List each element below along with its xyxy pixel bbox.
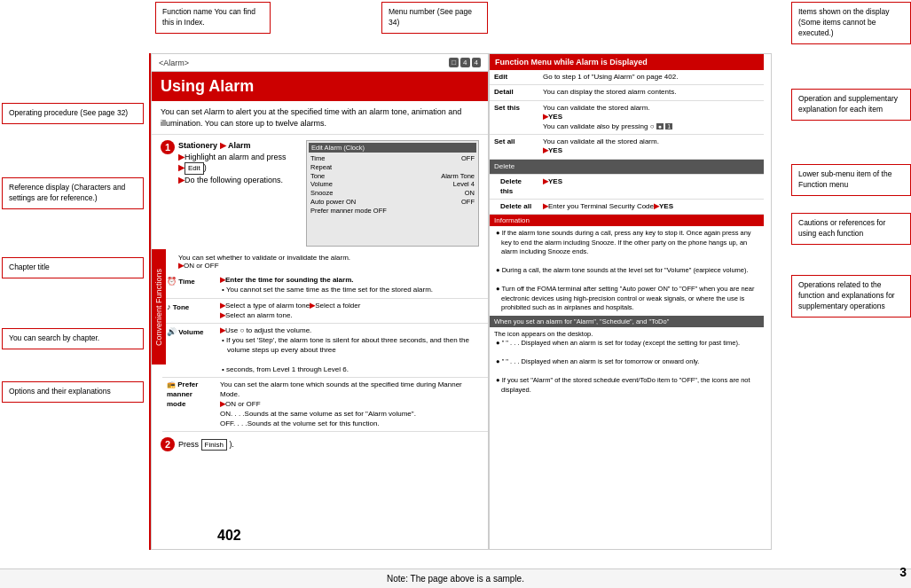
func-row-setall: Set all You can validate all the stored … bbox=[490, 134, 764, 159]
menu-icon-2: 4 bbox=[460, 58, 469, 67]
conv-row-volume: 🔊 Volume ▶Use ○ to adjust the volume. • … bbox=[162, 324, 488, 378]
func-row-delete-this: Delete this ▶YES bbox=[490, 175, 764, 200]
options-text: Options and their explanations bbox=[9, 387, 111, 396]
screenshot-row-6: Auto power ON OFF bbox=[309, 198, 476, 207]
screenshot-row-7: Prefer manner mode OFF bbox=[309, 207, 476, 216]
finish-button[interactable]: Finish bbox=[201, 439, 227, 451]
alarm-description: You can set Alarm to alert you at the sp… bbox=[152, 101, 488, 135]
reference-display-text: Reference display (Characters and settin… bbox=[9, 183, 125, 202]
time-desc: ▶Enter the time for sounding the alarm. … bbox=[216, 273, 488, 298]
volume-desc: ▶Use ○ to adjust the volume. • If you se… bbox=[216, 324, 488, 378]
conv-row-tone: ♪ Tone ▶Select a type of alarm tone▶Sele… bbox=[162, 298, 488, 324]
reference-display-annotation: Reference display (Characters and settin… bbox=[2, 177, 144, 209]
convenient-table: ⏰ Time ▶Enter the time for sounding the … bbox=[162, 273, 488, 432]
prefer-desc: You can set the alarm tone which sounds … bbox=[216, 378, 488, 432]
circle-icon: ● bbox=[656, 123, 664, 129]
screenshot-box: Edit Alarm (Clock) Time OFF Repeat Tone bbox=[306, 140, 479, 247]
function-name-annotation: Function name You can find this in Index… bbox=[155, 2, 271, 34]
edit-button[interactable]: Edit bbox=[185, 162, 204, 174]
info-header: Information bbox=[490, 215, 764, 226]
tone-desc: ▶Select a type of alarm tone▶Select a fo… bbox=[216, 298, 488, 324]
func-row-detail: Detail You can display the stored alarm … bbox=[490, 85, 764, 100]
step-left: 1 Stationery ▶ Alarm ▶Highlight an alarm… bbox=[161, 140, 299, 247]
delete-this-desc: ▶YES bbox=[538, 175, 764, 200]
when-set-content: The icon appears on the desktop. ● " " .… bbox=[490, 327, 764, 398]
operations-related-text: Operations related to the function and e… bbox=[798, 280, 895, 310]
alarm-title: Using Alarm bbox=[152, 72, 488, 101]
menu-icon-3: 4 bbox=[472, 58, 481, 67]
note-text: Note: The page above is a sample. bbox=[387, 574, 524, 584]
cautions-text: Cautions or references for using each fu… bbox=[798, 218, 885, 238]
step-1-number: 1 bbox=[161, 140, 175, 154]
operations-related-annotation: Operations related to the function and e… bbox=[791, 275, 911, 318]
operation-explanation-text: Operation and supplementary explanation … bbox=[798, 94, 898, 114]
detail-label: Detail bbox=[490, 85, 538, 100]
conv-row-time: ⏰ Time ▶Enter the time for sounding the … bbox=[162, 273, 488, 298]
items-display-text: Items shown on the display (Some items c… bbox=[798, 7, 890, 37]
conv-row-prefer: 📻 Prefer manner mode You can set the ala… bbox=[162, 378, 488, 432]
setall-label: Set all bbox=[490, 134, 538, 159]
function-name-text: Function name You can find this in Index… bbox=[162, 7, 255, 27]
screenshot-row-5: Snooze ON bbox=[309, 189, 476, 198]
alarm-title-text: Using Alarm bbox=[161, 77, 254, 95]
chapter-title-annotation: Chapter title bbox=[2, 257, 144, 278]
alarm-desc-text: You can set Alarm to alert you at the sp… bbox=[161, 107, 461, 128]
num-icon: 1 bbox=[665, 123, 672, 129]
screenshot-row-4: Volume Level 4 bbox=[309, 180, 476, 189]
lower-submenu-text: Lower sub-menu item of the Function menu bbox=[798, 169, 891, 189]
chapter-title-text: Chapter title bbox=[9, 263, 50, 271]
screenshot-row-1: Time OFF bbox=[309, 154, 476, 163]
screenshot-row-2: Repeat bbox=[309, 163, 476, 172]
alarm-header: <Alarm> □ 4 4 bbox=[152, 54, 488, 72]
note-bar: Note: The page above is a sample. bbox=[0, 568, 911, 588]
step-2-text: Press Finish ). bbox=[178, 439, 234, 451]
func-row-setthis: Set this You can validate the stored ala… bbox=[490, 100, 764, 134]
menu-number-annotation: Menu number (See page 34) bbox=[381, 2, 488, 34]
delete-this-label: Delete this bbox=[490, 175, 538, 200]
delete-all-desc: ▶Enter you Terminal Security Code▶YES bbox=[538, 199, 764, 214]
func-row-delete-header: Delete bbox=[490, 159, 764, 174]
operating-procedure-annotation: Operating procedure (See page 32) bbox=[2, 103, 144, 124]
menu-icons: □ 4 4 bbox=[449, 58, 481, 67]
func-menu-header: Function Menu while Alarm is Displayed bbox=[490, 54, 764, 70]
menu-icon-1: □ bbox=[449, 58, 459, 67]
page-number: 402 bbox=[217, 528, 241, 544]
convenient-functions-label: Convenient Functions bbox=[152, 249, 166, 365]
page-container: Function name You can find this in Index… bbox=[0, 0, 911, 588]
func-table: Edit Go to step 1 of "Using Alarm" on pa… bbox=[490, 70, 764, 215]
setthis-desc: You can validate the stored alarm. ▶YES … bbox=[538, 100, 764, 134]
screenshot-header: Edit Alarm (Clock) bbox=[309, 143, 476, 153]
cautions-annotation: Cautions or references for using each fu… bbox=[791, 213, 911, 245]
menu-number-text: Menu number (See page 34) bbox=[389, 7, 472, 27]
search-chapter-annotation: You can search by chapter. bbox=[2, 328, 144, 349]
step-2-number: 2 bbox=[161, 437, 175, 451]
volume-label: 🔊 Volume bbox=[162, 324, 216, 378]
steps-area: 1 Stationery ▶ Alarm ▶Highlight an alarm… bbox=[152, 135, 488, 252]
page-3-indicator: 3 bbox=[899, 565, 907, 579]
on-off-note: You can set whether to validate or inval… bbox=[152, 252, 488, 273]
step-2-area: 2 Press Finish ). bbox=[152, 432, 488, 457]
options-annotation: Options and their explanations bbox=[2, 381, 144, 403]
main-content: <Alarm> □ 4 4 Using Alarm You can set Al… bbox=[151, 53, 772, 550]
screenshot-content: Time OFF Repeat Tone Alarm Tone Volum bbox=[309, 154, 476, 215]
func-row-edit: Edit Go to step 1 of "Using Alarm" on pa… bbox=[490, 70, 764, 85]
time-label: ⏰ Time bbox=[162, 273, 216, 298]
step-1-text: Stationery ▶ Alarm ▶Highlight an alarm a… bbox=[178, 140, 287, 185]
items-display-annotation: Items shown on the display (Some items c… bbox=[791, 2, 911, 44]
right-sidebar: Items shown on the display (Some items c… bbox=[782, 0, 911, 588]
func-row-delete-all: Delete all ▶Enter you Terminal Security … bbox=[490, 199, 764, 214]
function-menu-area: Function Menu while Alarm is Displayed E… bbox=[489, 54, 764, 549]
setthis-label: Set this bbox=[490, 100, 538, 134]
when-set-header: When you set an alarm for "Alarm", "Sche… bbox=[490, 316, 764, 327]
edit-label: Edit bbox=[490, 70, 538, 85]
tone-label: ♪ Tone bbox=[162, 298, 216, 324]
step-1-item: 1 Stationery ▶ Alarm ▶Highlight an alarm… bbox=[161, 140, 299, 185]
operation-explanation-annotation: Operation and supplementary explanation … bbox=[791, 89, 911, 121]
lower-submenu-annotation: Lower sub-menu item of the Function menu bbox=[791, 164, 911, 196]
delete-all-label: Delete all bbox=[490, 199, 538, 214]
info-content: ● If the alarm tone sounds during a call… bbox=[490, 226, 764, 316]
step1-stationery: Stationery ▶ Alarm ▶Highlight an alarm a… bbox=[178, 141, 287, 184]
alarm-tag: <Alarm> bbox=[159, 59, 189, 67]
detail-desc: You can display the stored alarm content… bbox=[538, 85, 764, 100]
search-chapter-text: You can search by chapter. bbox=[9, 333, 99, 342]
